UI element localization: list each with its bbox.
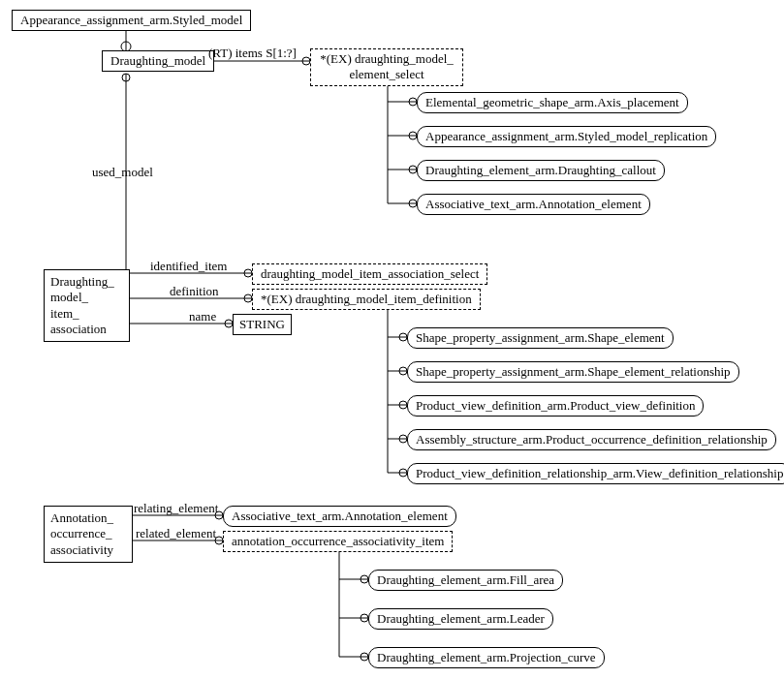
svg-point-29 bbox=[399, 401, 407, 409]
type-product-view-definition: Product_view_definition_arm.Product_view… bbox=[407, 395, 704, 417]
svg-point-8 bbox=[409, 132, 417, 139]
svg-point-31 bbox=[399, 435, 407, 443]
svg-point-27 bbox=[399, 367, 407, 375]
type-axis-placement: Elemental_geometric_shape_arm.Axis_place… bbox=[417, 92, 688, 113]
type-aoa-annotation-element: Associative_text_arm.Annotation_element bbox=[223, 506, 456, 527]
attr-items-label: (RT) items S[1:?] bbox=[208, 46, 297, 61]
entity-dmia: Draughting_ model_ item_ association bbox=[44, 269, 130, 342]
svg-point-20 bbox=[244, 294, 252, 302]
svg-point-22 bbox=[225, 320, 233, 327]
attr-relating-element-label: relating_element bbox=[134, 501, 218, 516]
type-leader: Draughting_element_arm.Leader bbox=[368, 608, 553, 630]
entity-draughting-model: Draughting_model bbox=[102, 50, 214, 72]
svg-point-44 bbox=[361, 653, 368, 661]
entity-aoa: Annotation_ occurrence_ associativity bbox=[44, 506, 133, 563]
svg-point-40 bbox=[361, 575, 368, 583]
type-annotation-element: Associative_text_arm.Annotation_element bbox=[417, 194, 650, 215]
type-fill-area: Draughting_element_arm.Fill_area bbox=[368, 570, 563, 591]
svg-point-12 bbox=[409, 200, 417, 207]
svg-point-25 bbox=[399, 333, 407, 341]
svg-point-33 bbox=[399, 469, 407, 477]
svg-point-14 bbox=[122, 74, 130, 81]
select-dmia-assoc: draughting_model_item_association_select bbox=[252, 263, 487, 285]
svg-point-10 bbox=[409, 166, 417, 173]
type-styled-model-replication: Appearance_assignment_arm.Styled_model_r… bbox=[417, 126, 716, 147]
select-dmia-def: *(EX) draughting_model_item_definition bbox=[252, 289, 481, 310]
attr-related-element-label: related_element bbox=[136, 526, 216, 541]
attr-definition-label: definition bbox=[170, 284, 219, 299]
type-projection-curve: Draughting_element_arm.Projection_curve bbox=[368, 647, 605, 668]
type-string: STRING bbox=[233, 314, 292, 335]
select-dm-element: *(EX) draughting_model_ element_select bbox=[310, 48, 463, 86]
type-view-definition-relationship: Product_view_definition_relationship_arm… bbox=[407, 463, 784, 484]
entity-styled-model: Appearance_assignment_arm.Styled_model bbox=[12, 10, 251, 31]
svg-point-42 bbox=[361, 614, 368, 622]
svg-point-37 bbox=[215, 537, 223, 544]
svg-point-18 bbox=[244, 269, 252, 277]
attr-used-model-label: used_model bbox=[92, 165, 153, 180]
svg-point-3 bbox=[302, 57, 310, 65]
attr-identified-item-label: identified_item bbox=[150, 259, 227, 274]
type-draughting-callout: Draughting_element_arm.Draughting_callou… bbox=[417, 160, 665, 181]
select-aoa-item: annotation_occurrence_associativity_item bbox=[223, 531, 453, 552]
type-shape-element: Shape_property_assignment_arm.Shape_elem… bbox=[407, 327, 674, 349]
attr-name-label: name bbox=[189, 309, 216, 324]
svg-point-6 bbox=[409, 98, 417, 106]
type-product-occurrence-def-rel: Assembly_structure_arm.Product_occurrenc… bbox=[407, 429, 776, 450]
type-shape-element-relationship: Shape_property_assignment_arm.Shape_elem… bbox=[407, 361, 739, 383]
